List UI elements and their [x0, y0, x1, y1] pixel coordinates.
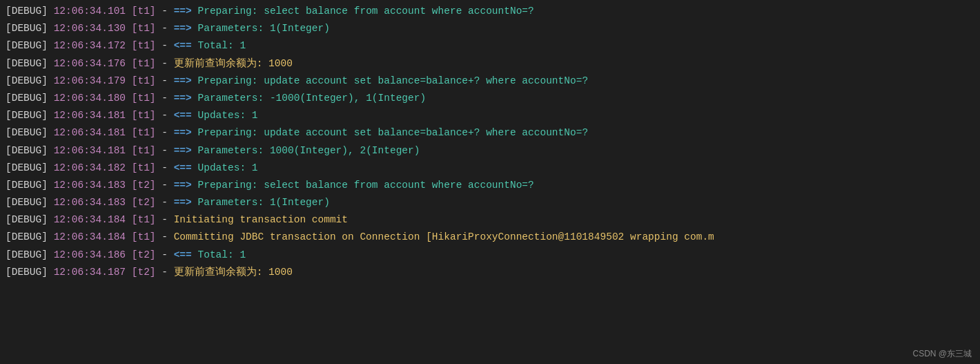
log-direction: ==> — [174, 127, 192, 138]
log-direction: ==> — [174, 197, 192, 208]
log-label: Updates: — [197, 162, 246, 173]
log-thread: [t2] — [132, 249, 156, 260]
log-bracket: [DEBUG] — [6, 40, 48, 51]
log-direction: ==> — [174, 93, 192, 104]
log-timestamp: 12:06:34.179 — [54, 75, 126, 86]
log-thread: [t1] — [132, 6, 156, 17]
log-dash: - — [161, 267, 168, 278]
log-timestamp: 12:06:34.186 — [54, 249, 126, 260]
log-timestamp: 12:06:34.181 — [54, 110, 126, 121]
log-line: [DEBUG] 12:06:34.176 [t1] - 更新前查询余额为: 10… — [0, 55, 980, 73]
log-content: 更新前查询余额为: 1000 — [174, 267, 293, 278]
log-dash: - — [161, 93, 168, 104]
log-thread: [t1] — [132, 214, 156, 225]
log-line: [DEBUG] 12:06:34.181 [t1] - ==> Preparin… — [0, 124, 980, 142]
log-label: Parameters: — [197, 145, 264, 156]
log-dash: - — [161, 23, 168, 34]
log-line: [DEBUG] 12:06:34.182 [t1] - <== Updates:… — [0, 160, 980, 177]
log-line: [DEBUG] 12:06:34.130 [t1] - ==> Paramete… — [0, 20, 980, 37]
log-label: Preparing: — [197, 127, 257, 138]
log-content: 1 — [246, 110, 257, 121]
log-label: Total: — [197, 249, 233, 260]
log-line: [DEBUG] 12:06:34.184 [t1] - Initiating t… — [0, 211, 980, 229]
log-bracket: [DEBUG] — [6, 267, 48, 278]
log-timestamp: 12:06:34.183 — [54, 180, 126, 191]
log-dash: - — [161, 249, 168, 260]
log-dash: - — [161, 180, 168, 191]
log-timestamp: 12:06:34.176 — [54, 58, 126, 69]
log-label: Preparing: — [197, 180, 257, 191]
log-dash: - — [161, 197, 168, 208]
log-thread: [t2] — [132, 180, 156, 191]
log-direction: <== — [174, 162, 192, 173]
log-dash: - — [161, 40, 168, 51]
log-dash: - — [161, 110, 168, 121]
log-timestamp: 12:06:34.130 — [54, 23, 126, 34]
log-thread: [t1] — [132, 58, 156, 69]
log-thread: [t2] — [132, 197, 156, 208]
log-content: update account set balance=balance+? whe… — [258, 75, 589, 86]
log-direction: ==> — [174, 180, 192, 191]
log-content: 1(Integer) — [264, 197, 330, 208]
log-timestamp: 12:06:34.187 — [54, 267, 126, 278]
log-timestamp: 12:06:34.183 — [54, 197, 126, 208]
log-bracket: [DEBUG] — [6, 75, 48, 86]
log-content: Initiating transaction commit — [174, 214, 348, 225]
log-bracket: [DEBUG] — [6, 249, 48, 260]
log-thread: [t1] — [132, 75, 156, 86]
log-content: select balance from account where accoun… — [258, 180, 534, 191]
log-line: [DEBUG] 12:06:34.186 [t2] - <== Total: 1 — [0, 247, 980, 264]
log-line: [DEBUG] 12:06:34.187 [t2] - 更新前查询余额为: 10… — [0, 264, 980, 281]
log-thread: [t1] — [132, 127, 156, 138]
log-timestamp: 12:06:34.184 — [54, 231, 126, 242]
log-line: [DEBUG] 12:06:34.183 [t2] - ==> Paramete… — [0, 194, 980, 211]
log-line: [DEBUG] 12:06:34.101 [t1] - ==> Preparin… — [0, 3, 980, 20]
log-timestamp: 12:06:34.182 — [54, 162, 126, 173]
log-content: 1 — [234, 249, 246, 260]
log-line: [DEBUG] 12:06:34.183 [t2] - ==> Preparin… — [0, 177, 980, 194]
log-content: 1000(Integer), 2(Integer) — [264, 145, 420, 156]
log-line: [DEBUG] 12:06:34.181 [t1] - ==> Paramete… — [0, 142, 980, 160]
log-timestamp: 12:06:34.101 — [54, 6, 126, 17]
log-direction: ==> — [174, 23, 192, 34]
log-thread: [t1] — [132, 93, 156, 104]
log-content: 1(Integer) — [264, 23, 330, 34]
log-bracket: [DEBUG] — [6, 145, 48, 156]
log-label: Parameters: — [197, 23, 264, 34]
log-dash: - — [161, 145, 168, 156]
log-line: [DEBUG] 12:06:34.172 [t1] - <== Total: 1 — [0, 37, 980, 55]
log-dash: - — [161, 214, 168, 225]
log-thread: [t1] — [132, 40, 156, 51]
log-thread: [t1] — [132, 231, 156, 242]
log-direction: ==> — [174, 145, 192, 156]
log-dash: - — [161, 75, 168, 86]
log-bracket: [DEBUG] — [6, 197, 48, 208]
log-bracket: [DEBUG] — [6, 180, 48, 191]
log-line: [DEBUG] 12:06:34.184 [t1] - Committing J… — [0, 229, 980, 246]
log-label: Total: — [197, 40, 233, 51]
log-content: -1000(Integer), 1(Integer) — [264, 93, 426, 104]
log-direction: <== — [174, 110, 192, 121]
log-container: [DEBUG] 12:06:34.101 [t1] - ==> Preparin… — [0, 0, 980, 364]
log-content: 1 — [246, 162, 257, 173]
log-line: [DEBUG] 12:06:34.179 [t1] - ==> Preparin… — [0, 73, 980, 90]
log-bracket: [DEBUG] — [6, 127, 48, 138]
log-dash: - — [161, 58, 168, 69]
log-direction: ==> — [174, 6, 192, 17]
log-content: Committing JDBC transaction on Connectio… — [174, 231, 714, 242]
log-label: Preparing: — [197, 6, 257, 17]
log-dash: - — [161, 127, 168, 138]
log-timestamp: 12:06:34.180 — [54, 93, 126, 104]
log-thread: [t1] — [132, 162, 156, 173]
log-thread: [t2] — [132, 267, 156, 278]
log-label: Preparing: — [197, 75, 257, 86]
log-dash: - — [161, 162, 168, 173]
log-dash: - — [161, 6, 168, 17]
watermark: CSDN @东三城 — [912, 348, 972, 360]
log-bracket: [DEBUG] — [6, 214, 48, 225]
log-content: select balance from account where accoun… — [258, 6, 534, 17]
log-content: 1 — [234, 40, 246, 51]
log-timestamp: 12:06:34.184 — [54, 214, 126, 225]
log-content: 更新前查询余额为: 1000 — [174, 58, 293, 69]
log-bracket: [DEBUG] — [6, 93, 48, 104]
